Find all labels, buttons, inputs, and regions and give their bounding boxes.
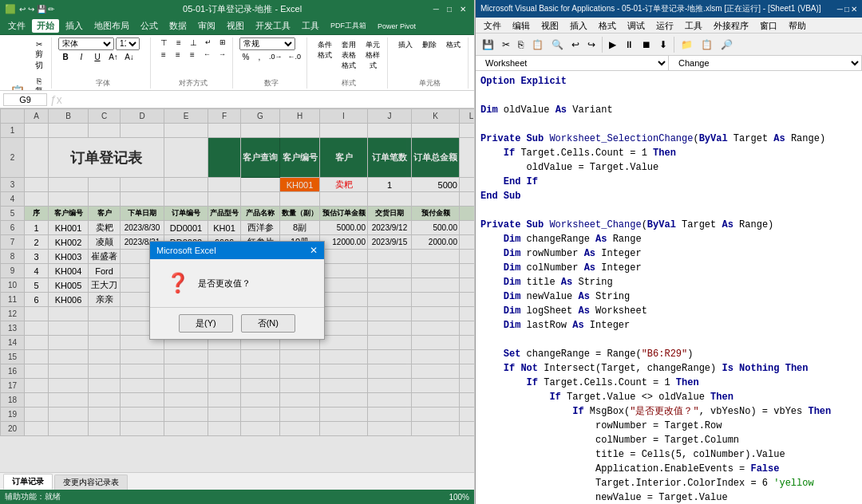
tab-powerpivot[interactable]: Power Pivot: [373, 22, 421, 31]
percent-btn[interactable]: %: [239, 52, 252, 62]
vbe-paste-button[interactable]: 📋: [528, 37, 547, 52]
vbe-menu-file[interactable]: 文件: [479, 19, 506, 31]
vbe-undo-button[interactable]: ↩: [568, 37, 583, 52]
sheet-tab-orders[interactable]: 订单记录: [3, 474, 53, 490]
excel-dialog: Microsoft Excel ✕ ❓ 是否更改值？ 是(Y) 否(N): [149, 241, 325, 340]
format-cell-button[interactable]: 格式: [442, 37, 465, 53]
excel-title-bar: 🟩 ↩ ↪ 💾 ✏ 05-01-订单登记录-地推 - Excel ─ □ ✕: [0, 0, 474, 18]
format-table-button[interactable]: 套用表格格式: [338, 37, 360, 73]
editing-section: Σ 填充↓ 清除 排序筛选 查找选择 编辑: [472, 37, 474, 89]
tab-tools[interactable]: 工具: [297, 19, 324, 33]
align-right-button[interactable]: ≡: [186, 49, 199, 60]
dialog-yes-button[interactable]: 是(Y): [179, 314, 233, 333]
align-bottom-button[interactable]: ⊥: [187, 37, 200, 48]
vbe-project-button[interactable]: 📁: [678, 37, 696, 52]
vbe-menu-debug[interactable]: 调试: [623, 19, 650, 31]
number-label: 数字: [264, 78, 279, 89]
copy-button[interactable]: ⎘ 复制: [30, 74, 48, 92]
vbe-procedure-selector[interactable]: Change: [669, 56, 862, 70]
align-middle-button[interactable]: ≡: [172, 37, 185, 48]
vbe-menu-edit[interactable]: 编辑: [508, 19, 535, 31]
dialog-buttons: 是(Y) 否(N): [150, 307, 324, 339]
dec-dec-btn[interactable]: ←.0: [286, 52, 304, 62]
align-left-button[interactable]: ≡: [157, 49, 170, 60]
vbe-run-button[interactable]: ▶: [606, 37, 619, 52]
tab-file[interactable]: 文件: [3, 19, 30, 33]
cut-button[interactable]: ✂ 剪切: [30, 37, 48, 73]
dec-inc-btn[interactable]: .0→: [267, 52, 285, 62]
formula-input[interactable]: [65, 94, 471, 105]
vbe-menu-insert[interactable]: 插入: [565, 19, 592, 31]
vbe-menu-run[interactable]: 运行: [651, 19, 678, 31]
cond-format-button[interactable]: 条件格式: [314, 37, 336, 73]
font-size-up-button[interactable]: A↑: [106, 52, 121, 62]
font-family-select[interactable]: 宋体: [58, 37, 114, 50]
dialog-title: Microsoft Excel: [156, 246, 216, 255]
vbe-close-button[interactable]: ✕: [851, 5, 857, 14]
vbe-cut-button[interactable]: ✂: [499, 37, 513, 52]
wrap-text-button[interactable]: ↵: [202, 37, 215, 48]
alignment-section: ⊤ ≡ ⊥ ↵ ⊞ ≡ ≡ ≡ ← → 对齐方式: [154, 37, 233, 89]
vbe-menu-format[interactable]: 格式: [594, 19, 621, 31]
tab-insert[interactable]: 插入: [61, 19, 88, 33]
align-center-button[interactable]: ≡: [172, 49, 184, 60]
indent-dec-button[interactable]: ←: [200, 49, 214, 60]
vbe-code-area: Worksheet Change Option Explicit Dim old…: [476, 56, 862, 504]
vbe-menu-tools[interactable]: 工具: [680, 19, 707, 31]
vbe-save-button[interactable]: 💾: [479, 37, 497, 52]
dialog-overlay: Microsoft Excel ✕ ❓ 是否更改值？ 是(Y) 否(N): [0, 108, 474, 472]
minimize-button[interactable]: ─: [430, 5, 442, 14]
number-format-select[interactable]: 常规: [239, 37, 295, 50]
status-text: 辅助功能：就绪: [5, 491, 61, 502]
cells-label: 单元格: [419, 78, 441, 89]
vbe-minimize-button[interactable]: ─: [837, 5, 843, 14]
delete-cell-button[interactable]: 删除: [418, 37, 441, 53]
font-size-down-button[interactable]: A↓: [122, 52, 136, 62]
vbe-redo-button[interactable]: ↪: [584, 37, 599, 52]
vbe-step-button[interactable]: ⬇: [656, 37, 670, 52]
vbe-menu-view[interactable]: 视图: [536, 19, 563, 31]
font-bold-button[interactable]: B: [58, 52, 73, 62]
tab-page-layout[interactable]: 地图布局: [89, 19, 134, 33]
dialog-close-button[interactable]: ✕: [310, 245, 318, 256]
merge-center-button[interactable]: ⊞: [216, 37, 229, 48]
vbe-objbrowser-button[interactable]: 🔎: [718, 37, 736, 52]
tab-formula[interactable]: 公式: [136, 19, 163, 33]
font-italic-button[interactable]: I: [74, 52, 89, 62]
cell-reference-input[interactable]: G9: [3, 93, 47, 106]
vbe-reset-button[interactable]: ⏹: [639, 37, 654, 52]
tab-review[interactable]: 审阅: [193, 19, 220, 33]
comma-btn[interactable]: ,: [253, 52, 266, 62]
align-top-button[interactable]: ⊤: [157, 37, 171, 48]
vbe-props-button[interactable]: 📋: [698, 37, 716, 52]
vbe-object-selector[interactable]: Worksheet: [476, 56, 669, 70]
vbe-title: Microsoft Visual Basic for Applications …: [480, 3, 821, 14]
vbe-code-body[interactable]: Option Explicit Dim oldValue As Variant …: [476, 71, 862, 504]
sheet-tab-changes[interactable]: 变更内容记录表: [54, 474, 128, 490]
tab-view[interactable]: 视图: [222, 19, 249, 33]
vbe-toolbar: 💾 ✂ ⎘ 📋 🔍 ↩ ↪ ▶ ⏸ ⏹ ⬇ 📁 📋 🔎: [476, 33, 862, 56]
close-button[interactable]: ✕: [457, 5, 469, 14]
vbe-find-button[interactable]: 🔍: [548, 37, 567, 52]
dialog-no-button[interactable]: 否(N): [241, 314, 295, 333]
tab-home[interactable]: 开始: [32, 19, 59, 33]
vbe-menu-help[interactable]: 帮助: [784, 19, 811, 31]
vbe-toolbar-separator2: [674, 37, 674, 53]
insert-cell-button[interactable]: 插入: [394, 37, 417, 53]
vbe-menu-window[interactable]: 窗口: [755, 19, 782, 31]
cell-styles-button[interactable]: 单元格样式: [362, 37, 384, 73]
tab-data[interactable]: 数据: [164, 19, 192, 33]
tab-pdf[interactable]: PDF工具箱: [326, 20, 371, 32]
paste-button[interactable]: 📋 粘贴: [6, 84, 29, 92]
vbe-copy-button[interactable]: ⎘: [515, 37, 527, 52]
vbe-menu-addins[interactable]: 外接程序: [709, 19, 753, 31]
font-underline-button[interactable]: U: [90, 52, 105, 62]
font-size-select[interactable]: 11: [116, 37, 140, 50]
font-section: 宋体 11 B I U A↑ A↓ 字体: [55, 37, 151, 89]
restore-button[interactable]: □: [444, 5, 455, 14]
spreadsheet-area: A B C D E F G H I J K L: [0, 108, 474, 472]
vbe-break-button[interactable]: ⏸: [621, 37, 637, 52]
tab-dev[interactable]: 开发工具: [251, 19, 295, 33]
vbe-restore-button[interactable]: □: [844, 5, 849, 14]
indent-inc-button[interactable]: →: [216, 49, 229, 60]
